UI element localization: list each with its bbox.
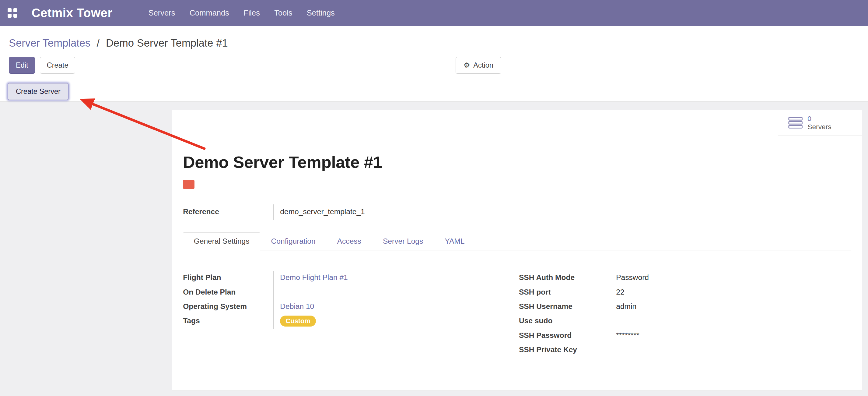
menu-item-tools[interactable]: Tools [267,0,300,26]
field-row-ssh-password: SSH Password ******** [519,329,851,343]
operating-system-label: Operating System [183,300,273,314]
center-buttons: ⚙ Action [456,57,502,74]
breadcrumb-separator: / [97,37,100,49]
main-menu: Servers Commands Files Tools Settings [141,0,342,26]
action-button-label: Action [473,61,493,70]
field-row-reference: Reference demo_server_template_1 [183,204,851,220]
stat-button-box: 0 Servers [778,110,862,136]
create-button[interactable]: Create [40,57,75,74]
form-sheet: 0 Servers Demo Server Template #1 Refere… [172,110,863,391]
fields-area: Flight Plan Demo Flight Plan #1 On Delet… [183,271,851,357]
ssh-private-key-label: SSH Private Key [519,343,609,357]
operating-system-value-link[interactable]: Debian 10 [273,300,519,314]
ssh-auth-mode-label: SSH Auth Mode [519,271,609,285]
use-sudo-value [609,314,851,329]
breadcrumb-parent-link[interactable]: Server Templates [9,37,90,49]
field-row-ssh-port: SSH port 22 [519,285,851,300]
field-row-use-sudo: Use sudo [519,314,851,329]
menu-item-files[interactable]: Files [236,0,267,26]
tab-yaml[interactable]: YAML [434,232,475,251]
apps-menu-icon[interactable] [8,8,17,18]
field-row-flight-plan: Flight Plan Demo Flight Plan #1 [183,271,519,285]
fields-group-right: SSH Auth Mode Password SSH port 22 SSH U… [519,271,851,357]
field-row-ssh-username: SSH Username admin [519,300,851,314]
field-row-ssh-private-key: SSH Private Key [519,343,851,357]
stat-label: Servers [807,123,831,131]
field-row-ssh-auth-mode: SSH Auth Mode Password [519,271,851,285]
edit-button[interactable]: Edit [9,57,35,74]
color-swatch [183,180,194,189]
create-server-button[interactable]: Create Server [8,83,68,100]
breadcrumb-current: Demo Server Template #1 [106,37,228,49]
use-sudo-label: Use sudo [519,314,609,329]
field-row-tags: Tags Custom [183,314,519,329]
servers-stat-button[interactable]: 0 Servers [778,110,862,136]
control-panel-buttons: Edit Create ⚙ Action [9,57,859,74]
tag-badge: Custom [280,316,316,327]
app-root: Cetmix Tower Servers Commands Files Tool… [0,0,868,396]
object-buttons-row: Create Server [8,83,860,100]
ssh-port-label: SSH port [519,285,609,300]
flight-plan-value-link[interactable]: Demo Flight Plan #1 [273,271,519,285]
brand-title[interactable]: Cetmix Tower [32,6,113,20]
on-delete-plan-value [273,285,519,300]
stat-text: 0 Servers [807,115,831,131]
tab-access[interactable]: Access [326,232,372,251]
tab-general-settings[interactable]: General Settings [183,232,260,251]
tab-configuration[interactable]: Configuration [260,232,326,251]
stat-count: 0 [807,115,831,123]
control-panel: Server Templates / Demo Server Template … [0,26,868,101]
field-row-on-delete-plan: On Delete Plan [183,285,519,300]
ssh-password-label: SSH Password [519,329,609,343]
reference-value: demo_server_template_1 [273,204,851,220]
flight-plan-label: Flight Plan [183,271,273,285]
ssh-password-value: ******** [609,329,851,343]
menu-item-commands[interactable]: Commands [182,0,236,26]
menu-item-servers[interactable]: Servers [141,0,182,26]
breadcrumb: Server Templates / Demo Server Template … [0,26,868,50]
tab-server-logs[interactable]: Server Logs [372,232,434,251]
top-navbar: Cetmix Tower Servers Commands Files Tool… [0,0,868,26]
ssh-auth-mode-value: Password [609,271,851,285]
tags-label: Tags [183,314,273,329]
content-area: 0 Servers Demo Server Template #1 Refere… [0,102,868,396]
field-row-operating-system: Operating System Debian 10 [183,300,519,314]
tab-bar: General Settings Configuration Access Se… [183,232,851,250]
ssh-username-value: admin [609,300,851,314]
gear-icon: ⚙ [464,62,470,69]
reference-label: Reference [183,204,273,220]
tags-value: Custom [273,314,519,329]
ssh-port-value: 22 [609,285,851,300]
on-delete-plan-label: On Delete Plan [183,285,273,300]
menu-item-settings[interactable]: Settings [300,0,342,26]
left-buttons: Edit Create [9,57,78,74]
template-title: Demo Server Template #1 [183,152,851,172]
ssh-private-key-value [609,343,851,357]
action-button[interactable]: ⚙ Action [456,57,502,74]
fields-group-left: Flight Plan Demo Flight Plan #1 On Delet… [183,271,519,357]
ssh-username-label: SSH Username [519,300,609,314]
servers-icon [788,117,803,129]
